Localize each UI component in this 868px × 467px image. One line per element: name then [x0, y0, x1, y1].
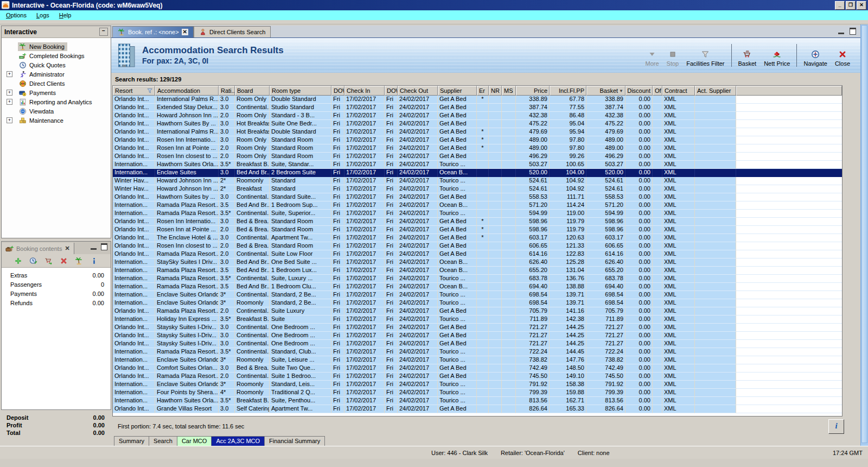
- table-row[interactable]: Orlando Int...Rosen Inn closest to ...2.…: [113, 153, 842, 161]
- column-header-contract[interactable]: Contract: [662, 86, 695, 96]
- transfer-cart-icon-button[interactable]: [44, 257, 53, 265]
- sidebar-item-viewdata[interactable]: Viewdata: [2, 106, 111, 116]
- expand-icon[interactable]: +: [7, 117, 12, 123]
- table-row[interactable]: Orlando Int...Howard Johnson Inn ...2.0R…: [113, 112, 842, 120]
- column-header-er[interactable]: Er: [477, 86, 489, 96]
- table-row[interactable]: Internation...Enclave Suites Orlando3*Ro…: [113, 356, 842, 364]
- table-row[interactable]: Internation...Enclave Suites3.0Bed And B…: [113, 169, 842, 177]
- quote-clock-icon-button[interactable]: [29, 257, 37, 265]
- table-row[interactable]: Orlando Int...Hawthorn Suites by ...3.0C…: [113, 193, 842, 201]
- table-row[interactable]: Orlando Int...Extended Stay Delux...3.0C…: [113, 104, 842, 112]
- table-row[interactable]: Internation...Ramada Plaza Resort...3.5*…: [113, 210, 842, 218]
- sidebar-item-direct-clients[interactable]: Direct Clients: [2, 79, 111, 88]
- column-header-price[interactable]: Price: [516, 86, 550, 96]
- table-row[interactable]: Internation...Enclave Suites Orlando3*Ro…: [113, 381, 842, 389]
- table-row[interactable]: Internation...Ramada Plaza Resort...3.5B…: [113, 267, 842, 275]
- booking-item-extras[interactable]: Extras0.00: [2, 272, 111, 281]
- bottom-tab-summary[interactable]: Summary: [114, 436, 149, 446]
- collapse-panel-button[interactable]: −: [99, 28, 108, 36]
- table-row[interactable]: Orlando Int...Comfort Suites Orlan...3.0…: [113, 364, 842, 373]
- column-header-ms[interactable]: MS: [502, 86, 516, 96]
- sidebar-item-new-booking[interactable]: New Booking: [2, 42, 111, 51]
- column-header-board[interactable]: Board: [235, 86, 270, 96]
- mdi-maximize-icon[interactable]: [850, 28, 856, 35]
- column-header-incl-fl-pp[interactable]: Incl.Fl.PP: [550, 86, 586, 96]
- table-row[interactable]: Orlando Int...Staysky Suites I-Driv...3.…: [113, 340, 842, 348]
- table-row[interactable]: Orlando Int...Rosen Inn at Pointe ...2.0…: [113, 144, 842, 153]
- delete-icon-button[interactable]: [60, 257, 68, 265]
- vertical-scrollbar[interactable]: [860, 24, 868, 446]
- tab-close-icon[interactable]: ✕: [182, 29, 188, 35]
- info-icon-button[interactable]: [90, 257, 98, 265]
- column-header-discount[interactable]: Discount: [626, 86, 653, 96]
- info-button[interactable]: i: [828, 419, 844, 434]
- bottom-tab-acc-2a-3c-mco[interactable]: Acc 2A,3C MCO: [212, 436, 265, 446]
- table-row[interactable]: Internation...Enclave Suites Orlando3*Ro…: [113, 299, 842, 307]
- tab-book-ref-none[interactable]: Book. ref .: <none>✕: [112, 26, 194, 37]
- table-row[interactable]: Winter Hav...Howard Johnson Inn ...2*Roo…: [113, 177, 842, 185]
- table-row[interactable]: Orlando Int...International Palms R...3.…: [113, 128, 842, 136]
- column-header-act-supplier[interactable]: Act. Supplier: [695, 86, 736, 96]
- restore-button[interactable]: ❐: [846, 1, 856, 10]
- sidebar-item-completed-bookings[interactable]: Completed Bookings: [2, 51, 111, 60]
- column-header-rati[interactable]: Rati...: [219, 86, 235, 96]
- table-row[interactable]: Orlando Int...Rosen Inn Internatio...3.0…: [113, 218, 842, 226]
- expand-icon[interactable]: +: [7, 71, 12, 77]
- table-row[interactable]: Orlando Int...Rosen Inn Internatio...3.0…: [113, 136, 842, 144]
- column-header-resort[interactable]: Resort: [113, 86, 155, 96]
- expand-icon[interactable]: +: [7, 99, 12, 105]
- column-header-nr[interactable]: NR: [489, 86, 502, 96]
- palm-icon-button[interactable]: [75, 257, 83, 265]
- booking-contents-tab[interactable]: Booking contents ✕: [2, 243, 74, 254]
- bottom-tab-search[interactable]: Search: [149, 436, 177, 446]
- column-header-check-out[interactable]: Check Out: [398, 86, 438, 96]
- mdi-minimize-icon[interactable]: [838, 28, 844, 34]
- column-header-basket[interactable]: Basket▼: [586, 86, 626, 96]
- table-row[interactable]: Orlando Int...Ramada Plaza Resort...2.0C…: [113, 307, 842, 315]
- table-row[interactable]: Orlando Int...Rosen Inn closest to ...2.…: [113, 242, 842, 250]
- table-row[interactable]: Internation...Holiday Inn Express ...3.5…: [113, 315, 842, 324]
- bottom-tab-car-mco[interactable]: Car MCO: [177, 436, 212, 446]
- bottom-tab-financial-summary[interactable]: Financial Summary: [265, 436, 325, 446]
- expand-icon[interactable]: +: [7, 90, 12, 96]
- close-panel-icon[interactable]: ✕: [65, 245, 69, 252]
- panel-minimize-icon[interactable]: [91, 243, 97, 250]
- table-row[interactable]: Internation...Hawthorn Suites Orla...3.5…: [113, 161, 842, 169]
- table-row[interactable]: Internation...Ramada Plaza Resort...3.5B…: [113, 283, 842, 291]
- scrollbar-thumb[interactable]: [861, 25, 867, 443]
- sidebar-item-administrator[interactable]: +Administrator: [2, 70, 111, 79]
- table-row[interactable]: Orlando Int...Grande Villas Resort3.0Sel…: [113, 405, 842, 413]
- column-header-dow-2[interactable]: DOW: [385, 86, 398, 96]
- table-row[interactable]: Internation...StaySky Suites I Driv...3.…: [113, 258, 842, 267]
- table-row[interactable]: Orlando Int...International Palms R...3.…: [113, 96, 842, 104]
- booking-item-passengers[interactable]: Passengers0: [2, 281, 111, 290]
- table-row[interactable]: Internation...Enclave Suites Orlando3*Co…: [113, 291, 842, 299]
- column-header-room-type[interactable]: Room type: [270, 86, 331, 96]
- column-header-check-in[interactable]: Check In: [344, 86, 385, 96]
- menu-options[interactable]: Options: [1, 11, 31, 20]
- column-header-dow[interactable]: DOW: [331, 86, 344, 96]
- column-header-of[interactable]: Of: [653, 86, 662, 96]
- close-button[interactable]: ✕: [857, 1, 866, 10]
- table-row[interactable]: Internation...Ramada Plaza Resort...3.5*…: [113, 348, 842, 356]
- table-row[interactable]: Internation...Hawthorn Suites Orla...3.5…: [113, 397, 842, 405]
- booking-item-payments[interactable]: Payments0.00: [2, 290, 111, 299]
- sidebar-item-reporting-and-analytics[interactable]: +Reporting and Analytics: [2, 97, 111, 106]
- add-icon-button[interactable]: [14, 257, 22, 265]
- table-row[interactable]: Orlando Int...Rosen Inn at Pointe ...2.0…: [113, 226, 842, 234]
- column-header-supplier[interactable]: Supplier: [438, 86, 477, 96]
- table-row[interactable]: Orlando Int...Ramada Plaza Resort...2.0C…: [113, 373, 842, 381]
- table-row[interactable]: Orlando Int...The Enclave Hotel & ...3.0…: [113, 234, 842, 242]
- close-button[interactable]: Close: [831, 43, 854, 68]
- facilities-filter-button[interactable]: Facilities Filter: [682, 43, 728, 68]
- panel-maximize-icon[interactable]: [101, 243, 107, 250]
- menu-help[interactable]: Help: [54, 11, 76, 20]
- basket-button[interactable]: Basket: [735, 43, 761, 68]
- sidebar-item-quick-quotes[interactable]: Quick Quotes: [2, 60, 111, 70]
- menu-logs[interactable]: Logs: [31, 11, 54, 20]
- table-row[interactable]: Orlando Int...Ramada Plaza Resort...2.0C…: [113, 250, 842, 258]
- sidebar-item-maintenance[interactable]: +Maintenance: [2, 116, 111, 125]
- booking-item-refunds[interactable]: Refunds0.00: [2, 299, 111, 308]
- table-row[interactable]: Orlando Int...Staysky Suites I-Driv...3.…: [113, 332, 842, 340]
- sidebar-item-payments[interactable]: +Payments: [2, 88, 111, 97]
